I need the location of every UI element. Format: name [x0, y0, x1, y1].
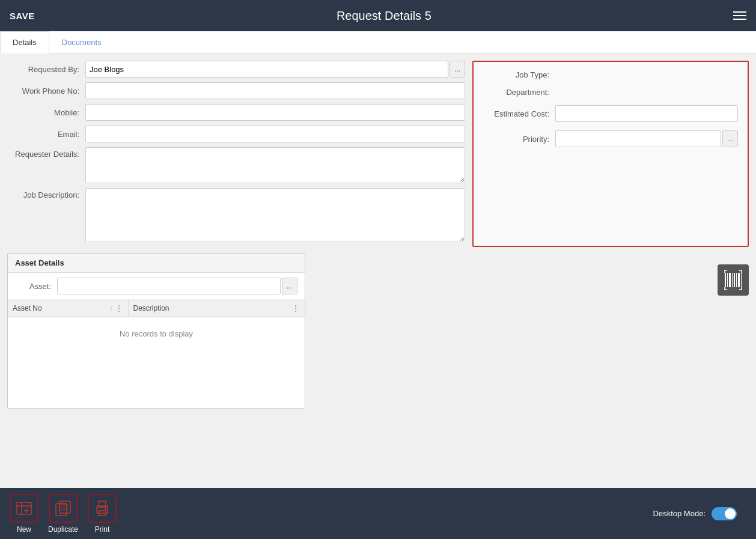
asset-input[interactable]	[57, 278, 281, 294]
department-row: Department:	[483, 88, 738, 97]
svg-rect-3	[732, 273, 733, 287]
estimated-cost-row: Estimated Cost:	[483, 105, 738, 122]
asset-input-row: Asset: ...	[8, 273, 305, 300]
form-left: Requested By: ... Work Phone No: Mobile:	[7, 61, 465, 247]
requester-details-row: Requester Details:	[7, 147, 465, 183]
right-panel: Job Type: Department: Estimated Cost: Pr…	[472, 61, 749, 247]
asset-label: Asset:	[15, 282, 57, 291]
svg-rect-2	[729, 273, 731, 287]
email-row: Email:	[7, 126, 465, 142]
job-type-row: Job Type:	[483, 70, 738, 79]
asset-table-container: Asset No ↑ ⋮ Description ⋮	[8, 300, 305, 408]
new-button-label: New	[17, 525, 31, 534]
svg-point-21	[105, 508, 107, 510]
asset-section-title: Asset Details	[8, 254, 305, 273]
job-description-textarea[interactable]	[85, 188, 465, 242]
svg-rect-7	[741, 273, 742, 287]
estimated-cost-input[interactable]	[555, 105, 738, 122]
barcode-icon	[722, 269, 744, 291]
work-phone-input[interactable]	[85, 82, 465, 99]
description-column-header: Description ⋮	[128, 300, 305, 317]
priority-input-group: ...	[555, 130, 738, 147]
svg-rect-8	[17, 502, 31, 514]
asset-details-section: Asset Details Asset: ... Asset No	[7, 253, 305, 409]
priority-lookup-button[interactable]: ...	[722, 130, 738, 147]
form-container: Requested By: ... Work Phone No: Mobile:	[7, 61, 749, 247]
hamburger-menu-icon[interactable]	[733, 11, 746, 20]
desktop-mode-label: Desktop Mode:	[653, 509, 706, 518]
svg-rect-1	[727, 273, 728, 287]
tab-documents[interactable]: Documents	[49, 31, 114, 53]
print-icon	[94, 500, 111, 517]
job-description-row: Job Description:	[7, 188, 465, 242]
new-button-icon	[10, 494, 38, 523]
department-label: Department:	[483, 88, 555, 97]
svg-rect-4	[734, 273, 735, 287]
priority-row: Priority: ...	[483, 130, 738, 147]
requested-by-input-group: ...	[85, 61, 465, 78]
barcode-scanner-button[interactable]	[718, 264, 749, 296]
no-records-row: No records to display	[8, 317, 305, 351]
requester-details-textarea[interactable]	[85, 147, 465, 183]
svg-rect-6	[738, 273, 740, 287]
requested-by-input[interactable]	[85, 61, 448, 78]
requested-by-label: Requested By:	[7, 65, 85, 74]
email-input[interactable]	[85, 126, 465, 142]
asset-lookup-button[interactable]: ...	[282, 278, 297, 294]
duplicate-icon	[55, 500, 72, 517]
estimated-cost-label: Estimated Cost:	[483, 109, 555, 118]
app-header: SAVE Request Details 5	[0, 0, 756, 31]
new-button[interactable]: New	[10, 494, 38, 534]
new-record-icon	[16, 500, 32, 517]
print-button[interactable]: Print	[88, 494, 117, 534]
print-button-icon	[88, 494, 117, 523]
footer-toolbar: New Duplicate Print Desktop	[0, 488, 756, 539]
asset-table: Asset No ↑ ⋮ Description ⋮	[8, 300, 305, 350]
asset-no-col-menu-icon[interactable]: ⋮	[115, 303, 123, 313]
toggle-knob	[725, 508, 736, 519]
no-records-message: No records to display	[8, 317, 305, 351]
work-phone-label: Work Phone No:	[7, 87, 85, 96]
tab-bar: Details Documents	[0, 31, 756, 53]
priority-input[interactable]	[555, 130, 721, 147]
email-label: Email:	[7, 130, 85, 139]
svg-rect-0	[725, 273, 726, 287]
asset-no-column-header: Asset No ↑ ⋮	[8, 300, 128, 317]
desktop-mode-bar: Desktop Mode:	[644, 504, 746, 524]
requester-details-label: Requester Details:	[7, 147, 85, 159]
job-type-label: Job Type:	[483, 70, 555, 79]
asset-input-group: ...	[57, 278, 297, 294]
page-title: Request Details 5	[337, 9, 431, 23]
duplicate-button[interactable]: Duplicate	[48, 494, 78, 534]
priority-label: Priority:	[483, 135, 555, 144]
mobile-input[interactable]	[85, 104, 465, 121]
mobile-row: Mobile:	[7, 104, 465, 121]
mobile-label: Mobile:	[7, 108, 85, 117]
desktop-mode-toggle[interactable]	[712, 507, 737, 520]
job-description-label: Job Description:	[7, 188, 85, 199]
print-button-label: Print	[95, 525, 110, 534]
main-content: Requested By: ... Work Phone No: Mobile:	[0, 53, 756, 488]
save-button[interactable]: SAVE	[10, 11, 35, 21]
duplicate-button-label: Duplicate	[48, 525, 78, 534]
requested-by-lookup-button[interactable]: ...	[450, 61, 465, 78]
sort-asc-icon: ↑	[110, 305, 113, 312]
duplicate-button-icon	[49, 494, 78, 523]
work-phone-row: Work Phone No:	[7, 82, 465, 99]
requested-by-row: Requested By: ...	[7, 61, 465, 78]
description-col-menu-icon[interactable]: ⋮	[291, 303, 300, 313]
tab-details[interactable]: Details	[0, 31, 49, 53]
svg-rect-5	[736, 273, 737, 287]
